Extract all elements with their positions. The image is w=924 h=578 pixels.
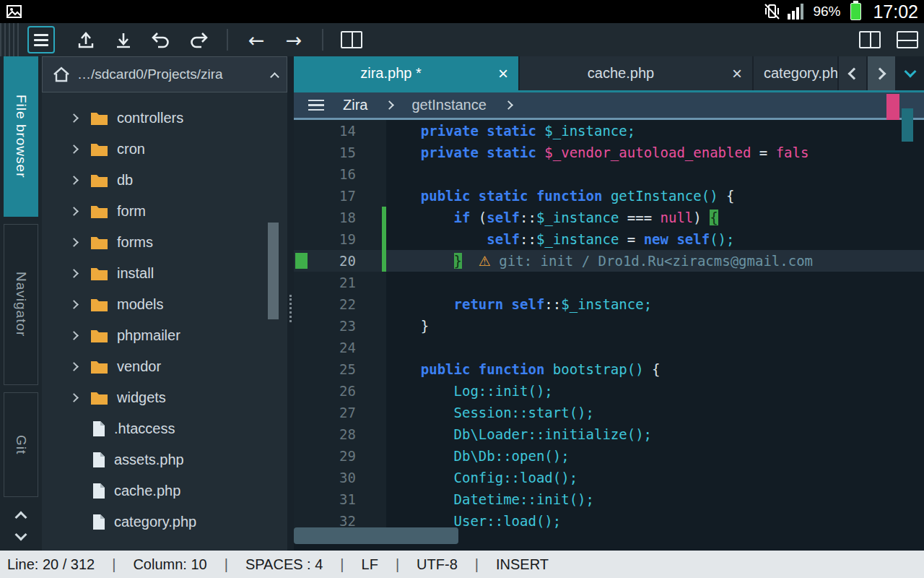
layout-rows-icon: [897, 31, 918, 48]
code-area[interactable]: 14 private static $_instance;15 private …: [294, 120, 924, 551]
close-icon[interactable]: ×: [488, 65, 518, 82]
line-number: 21: [339, 275, 356, 290]
close-icon[interactable]: ×: [722, 65, 752, 82]
line-number: 16: [339, 166, 356, 182]
undo-button[interactable]: [144, 26, 178, 53]
footer-item: Column: 10: [133, 556, 206, 573]
tree-item-label: category.php: [114, 514, 196, 530]
footer-item: Line: 20 / 312: [7, 556, 95, 573]
tree-row-assets.php[interactable]: assets.php: [42, 444, 287, 475]
line-number: 25: [339, 361, 356, 377]
code-line-17[interactable]: 17 public static function getInstance() …: [294, 185, 924, 207]
gutter-line-25: 25: [294, 358, 386, 380]
tree-item-label: form: [117, 203, 146, 220]
drawer-grip[interactable]: [0, 23, 20, 56]
code-line-16[interactable]: 16: [294, 163, 924, 185]
vertical-scrollbar-thumb[interactable]: [902, 108, 913, 142]
code-line-20[interactable]: 20 } ⚠ git: init / Dro1d.Ru<ziracms@gmai…: [294, 250, 924, 272]
folder-icon: [90, 390, 108, 405]
file-browser-panel: …/sdcard0/Projects/zira controllerscrond…: [42, 56, 287, 551]
chevron-left-icon: [848, 67, 860, 79]
breadcrumb-method[interactable]: getInstance: [411, 97, 486, 113]
app-screen: 96% 17:02: [0, 0, 924, 578]
tab-zira-php[interactable]: zira.php * ×: [294, 56, 518, 90]
rail-scroll-up-button[interactable]: [4, 504, 38, 526]
code-line-23[interactable]: 23 }: [294, 315, 924, 337]
redo-button[interactable]: [182, 26, 215, 53]
save-button[interactable]: [107, 26, 140, 53]
code-text: self::$_instance = new self();: [386, 228, 924, 250]
code-line-24[interactable]: 24: [294, 337, 924, 358]
tree-row-category.php[interactable]: category.php: [42, 506, 287, 538]
code-line-26[interactable]: 26 Log::init();: [294, 380, 924, 402]
expand-chevron-icon: [69, 144, 79, 154]
gutter-line-28: 28: [294, 423, 386, 445]
navigate-forward-button[interactable]: →: [277, 26, 310, 53]
tree-row-forms[interactable]: forms: [42, 227, 287, 258]
layout-rows-button[interactable]: [891, 26, 924, 53]
tree-row-cache.php[interactable]: cache.php: [42, 475, 287, 506]
breadcrumb-class[interactable]: Zira: [343, 97, 367, 113]
path-header[interactable]: …/sdcard0/Projects/zira: [42, 56, 287, 92]
upload-button[interactable]: [69, 26, 103, 53]
line-number: 19: [339, 231, 356, 247]
rail-tab-file-browser[interactable]: File browser: [4, 56, 38, 217]
line-number: 27: [339, 405, 356, 420]
expand-chevron-icon: [69, 393, 79, 402]
file-icon: [92, 420, 105, 437]
split-view-button[interactable]: [335, 26, 368, 53]
tab-scroll-right-button[interactable]: [868, 56, 895, 90]
navigate-back-button[interactable]: ←: [240, 26, 273, 53]
symbols-menu-icon[interactable]: [308, 97, 324, 114]
tab-overflow-button[interactable]: [897, 56, 924, 90]
code-text: }: [386, 315, 924, 337]
code-line-27[interactable]: 27 Session::start();: [294, 402, 924, 423]
tree-row-models[interactable]: models: [42, 289, 287, 320]
code-line-14[interactable]: 14 private static $_instance;: [294, 120, 924, 142]
code-line-31[interactable]: 31 Datetime::init();: [294, 488, 924, 510]
code-text: private static $_vendor_autoload_enabled…: [386, 142, 924, 163]
rail-scroll-down-button[interactable]: [4, 526, 38, 548]
tree-row-form[interactable]: form: [42, 196, 287, 227]
code-line-29[interactable]: 29 Db\Db::open();: [294, 445, 924, 467]
tree-row-controllers[interactable]: controllers: [42, 103, 287, 134]
gutter-line-31: 31: [294, 488, 386, 510]
code-line-18[interactable]: 18 if (self::$_instance === null) {: [294, 207, 924, 228]
code-line-22[interactable]: 22 return self::$_instance;: [294, 293, 924, 315]
layout-columns-button[interactable]: [853, 26, 886, 53]
tree-row-install[interactable]: install: [42, 258, 287, 289]
gutter-line-24: 24: [294, 337, 386, 358]
rail-tab-navigator[interactable]: Navigator: [4, 224, 38, 385]
code-line-19[interactable]: 19 self::$_instance = new self();: [294, 228, 924, 250]
editor-pane: zira.php * × cache.php × category.php Zi…: [294, 56, 924, 551]
panel-resize-handle[interactable]: [287, 56, 294, 551]
tree-row-widgets[interactable]: widgets: [42, 382, 287, 413]
horizontal-scrollbar-thumb[interactable]: [294, 527, 458, 544]
tree-row-phpmailer[interactable]: phpmailer: [42, 320, 287, 351]
tree-row-cron[interactable]: cron: [42, 134, 287, 165]
code-line-28[interactable]: 28 Db\Loader::initialize();: [294, 423, 924, 445]
rail-tab-git[interactable]: Git: [4, 392, 38, 497]
code-line-15[interactable]: 15 private static $_vendor_autoload_enab…: [294, 142, 924, 163]
footer-separator: |: [475, 556, 479, 573]
tree-item-label: cache.php: [114, 483, 180, 499]
footer-item: SPACES : 4: [245, 556, 323, 573]
expand-chevron-icon: [69, 113, 79, 123]
tree-row-db[interactable]: db: [42, 165, 287, 196]
collapse-chevron-icon[interactable]: [270, 72, 279, 82]
tab-cache-php[interactable]: cache.php ×: [520, 56, 752, 90]
tab-category-php[interactable]: category.php: [754, 56, 837, 90]
tree-item-label: models: [117, 296, 163, 313]
code-line-30[interactable]: 30 Config::load();: [294, 467, 924, 488]
tab-label: category.php: [754, 65, 837, 82]
tab-scroll-left-button[interactable]: [839, 56, 866, 90]
file-tree-scrollbar[interactable]: [268, 223, 279, 319]
tree-row-vendor[interactable]: vendor: [42, 351, 287, 382]
code-line-21[interactable]: 21: [294, 272, 924, 293]
home-icon: [53, 66, 70, 82]
menu-button[interactable]: [27, 26, 55, 53]
tree-row-.htaccess[interactable]: .htaccess: [42, 413, 287, 444]
code-line-25[interactable]: 25 public function bootstrap() {: [294, 358, 924, 380]
tree-item-label: .htaccess: [114, 420, 175, 437]
toolbar-separator: [227, 29, 228, 51]
